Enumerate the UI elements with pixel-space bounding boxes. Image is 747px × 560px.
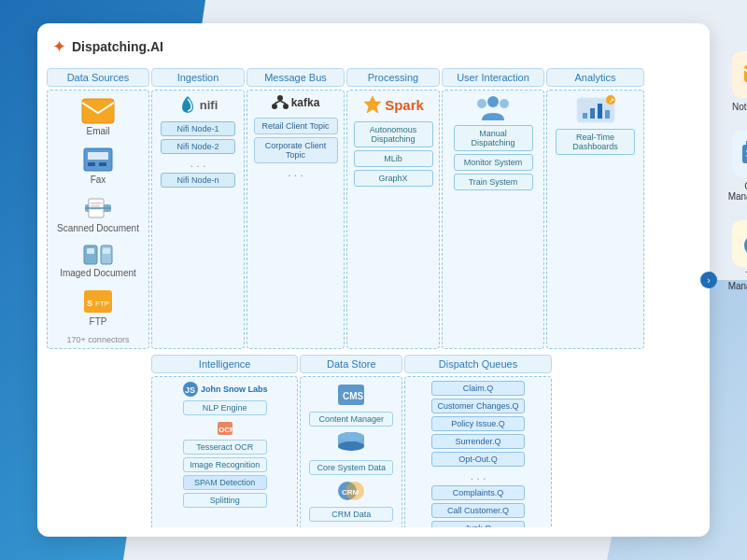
users-icon [472,94,514,122]
scanned-doc-label: Scanned Document [57,223,139,233]
core-system-label: Core System Data [309,460,393,475]
svg-text:CRM: CRM [342,488,359,497]
svg-text:FTP: FTP [95,300,109,308]
message-bus-header: Message Bus [247,68,345,87]
nifi-dots: . . . [190,157,206,170]
logo-icon: ✦ [52,36,66,57]
case-management-label: CaseManagement [728,181,747,202]
core-system-icon [334,429,368,457]
case-management-item[interactable]: CaseManagement [728,131,747,202]
johnsnow-text: John Snow Labs [201,385,268,394]
topic-dots: . . . [288,166,303,179]
notification-icon [740,60,747,90]
surrender-q: Surrender.Q [431,434,525,449]
expand-chevron[interactable]: › [700,272,717,288]
retail-topic: Retail Client Topic [254,118,338,134]
svg-rect-20 [91,203,102,204]
svg-text:OCR: OCR [218,426,234,434]
dispatch-queues-header: Dispatch Queues [404,355,551,373]
email-source: Email [78,94,119,140]
svg-rect-1 [742,145,747,163]
corporate-topic: Corporate Client Topic [254,137,338,163]
datastore-column: Data Store CMS Content Manager [300,355,402,527]
app-title: Dispatching.AI [72,39,163,54]
image-recognition: Image Recognition [183,457,267,472]
bottom-row: Intelligence JS John Snow Labs NLP Engin… [47,355,700,527]
svg-text:CMS: CMS [343,391,364,401]
svg-rect-42 [598,104,602,119]
splitting-badge: Splitting [183,493,267,508]
nifi-node-1: Nifi Node-1 [161,121,235,136]
nifi-drop-icon [178,94,197,115]
intelligence-column: Intelligence JS John Snow Labs NLP Engin… [151,355,298,527]
datastore-header: Data Store [300,355,402,373]
nifi-node-n: Nifi Node-n [161,173,235,188]
svg-text:JS: JS [185,385,195,395]
processing-column: Processing Spark Autonomous Dispatching … [346,68,440,349]
svg-text:↗: ↗ [609,97,614,104]
customer-changes-q: Customer Changes.Q [431,399,525,413]
svg-rect-21 [91,205,100,207]
svg-rect-15 [88,152,108,160]
crm-data-label: CRM Data [309,507,393,522]
autonomous-dispatching: Autonomous Dispatching [354,121,433,147]
content-area: Data Sources Email [47,68,700,527]
dispatch-queues-column: Dispatch Queues Claim.Q Customer Changes… [404,355,551,527]
fax-source: Fax [78,143,118,189]
claim-q: Claim.Q [431,381,525,396]
content-manager-label: Content Manager [309,412,393,427]
svg-rect-40 [583,113,587,119]
notification-item[interactable]: Notification [732,51,747,112]
svg-rect-25 [87,248,94,254]
email-icon [81,98,115,124]
kafka-icon [272,94,289,111]
ftp-icon: S FTP [82,288,114,315]
train-system: Train System [454,174,533,190]
data-sources-column: Data Sources Email [47,68,149,349]
svg-point-37 [477,99,486,108]
svg-point-55 [338,432,364,441]
user-interaction-content: Manual Dispatching Monitor System Train … [442,90,544,349]
svg-point-32 [272,104,277,109]
task-management-item[interactable]: ✓ TaskManagement [728,220,747,291]
analytics-column: Analytics ↗ Real-Time Dashboards [546,68,644,349]
bottom-filler [554,355,700,527]
analytics-content: ↗ Real-Time Dashboards [546,90,644,349]
svg-point-33 [283,104,289,109]
crm-data-icon: CRM [334,478,368,504]
svg-point-31 [277,95,283,101]
svg-point-38 [500,99,509,108]
spark-star-icon [362,94,383,115]
johnsnow-brand: JS John Snow Labs [182,381,268,398]
svg-rect-13 [82,99,114,123]
analytics-icon: ↗ [575,94,616,126]
right-panel: Notification CaseManagement [728,51,747,291]
svg-line-34 [275,101,280,104]
email-label: Email [86,126,109,136]
intelligence-content: JS John Snow Labs NLP Engine OCR [151,376,298,527]
spark-brand: Spark [362,94,424,115]
scanned-doc-source: Scanned Document [53,191,143,237]
nifi-node-2: Nifi Node-2 [161,139,235,154]
manual-dispatching: Manual Dispatching [454,125,533,151]
processing-header: Processing [346,68,440,87]
ftp-source: S FTP FTP [78,285,118,330]
opt-out-q: Opt-Out.Q [431,452,525,467]
scanner-icon [83,195,113,221]
svg-line-35 [280,101,286,104]
processing-content: Spark Autonomous Dispatching MLib GraphX [346,90,440,349]
kafka-text: kafka [291,96,320,109]
connector-count: 170+ connectors [67,335,130,344]
ingestion-content: nifi Nifi Node-1 Nifi Node-2 . . . Nifi … [151,90,245,349]
call-customer-q: Call Customer.Q [431,503,525,518]
mlib-badge: MLib [354,150,433,167]
main-card: ✦ Dispatching.AI Notification [37,23,710,537]
case-management-icon-bg [732,131,747,177]
queue-dots: . . . [471,469,486,483]
case-management-icon [739,137,747,171]
ocr-icon: OCR [216,420,234,437]
fax-icon [82,147,114,173]
message-bus-content: kafka Retail Client Topic Corporate Clie… [247,90,345,349]
johnsnow-icon: JS [182,381,199,398]
nifi-brand: nifi [178,94,218,115]
